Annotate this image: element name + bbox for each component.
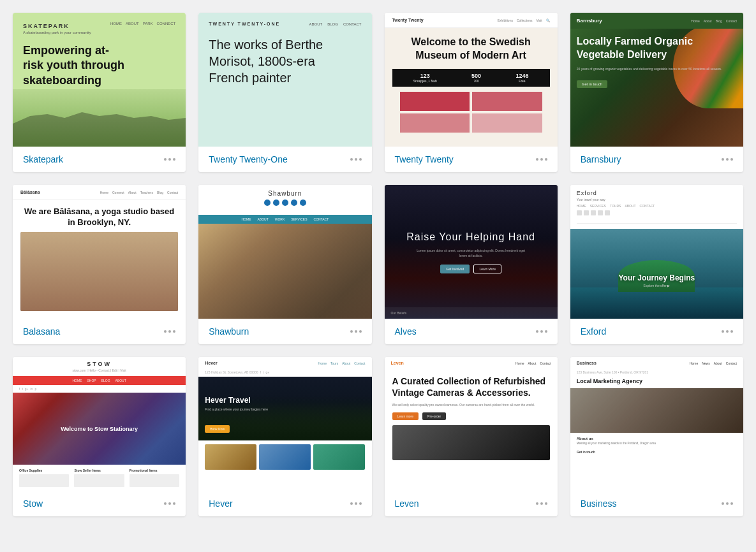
card-thumb-exford[interactable]: Exford Your travel your way HOME SERVICE… — [570, 185, 743, 319]
bn-btn: Get in touch — [577, 80, 607, 88]
lv-sub: We sell only select quality pre-owned ca… — [392, 402, 550, 407]
card-label-twenty[interactable]: Twenty Twenty — [395, 154, 454, 164]
bn-content: Locally Farmed Organic Vegetable Deliver… — [570, 29, 743, 147]
card-thumb-twenty[interactable]: Twenty Twenty Exhibitions Collections Vi… — [385, 13, 558, 147]
card-label-balasana[interactable]: Balasana — [23, 326, 60, 337]
st-col-title-2: Stow Seller Items — [74, 468, 124, 472]
sk-nav: HOME ABOUT PARK CONNECT — [110, 22, 175, 25]
card-thumb-skatepark[interactable]: SKATEPARK A skateboarding park in your c… — [13, 13, 186, 147]
sh-overlay — [198, 224, 371, 319]
card-menu-twenty[interactable] — [536, 158, 547, 161]
card-thumb-barnsbury[interactable]: Barnsbury Home About Blog Contact Locall… — [570, 13, 743, 147]
av-btns: Get Involved Learn More — [440, 265, 501, 273]
card-menu-twentyone[interactable] — [350, 158, 362, 161]
card-menu-balasana[interactable] — [164, 330, 175, 333]
card-footer-twentyone: Twenty Twenty-One — [198, 147, 371, 172]
av-headline: Raise Your Helping Hand — [406, 231, 535, 243]
card-thumb-hever[interactable]: Hever Home Tours About Contact 123 Holid… — [198, 357, 371, 491]
bz-about: About us Meeting all your marketing need… — [570, 437, 743, 454]
card-barnsbury: Barnsbury Home About Blog Contact Locall… — [570, 13, 743, 172]
hv-nav: Home Tours About Contact — [318, 361, 366, 365]
st-hero: Welcome to Stow Stationary — [13, 393, 186, 465]
lv-topbar: Leven Home About Contact — [385, 357, 558, 369]
card-menu-alves[interactable] — [536, 330, 547, 333]
card-label-hever[interactable]: Hever — [209, 498, 232, 509]
t1-top: TWENTY TWENTY-ONE ABOUT BLOG CONTACT — [209, 22, 361, 26]
hv-topbar: Hever Home Tours About Contact — [198, 357, 371, 369]
hv-thumb-2 — [259, 444, 311, 470]
av-btn-secondary: Learn More — [473, 265, 501, 273]
hv-hero-title: Hever Travel — [205, 396, 250, 405]
bn-logo: Barnsbury — [577, 18, 602, 24]
bz-get-touch: Get in touch — [577, 450, 737, 454]
ex-cta: Explore the offer ▶ — [618, 284, 695, 287]
card-label-barnsbury[interactable]: Barnsbury — [581, 154, 621, 164]
card-menu-business[interactable] — [722, 502, 733, 505]
ex-top: Exford Your travel your way HOME SERVICE… — [570, 185, 743, 223]
card-menu-skatepark[interactable] — [164, 158, 175, 161]
lv-img — [392, 425, 550, 460]
card-thumb-twentyone[interactable]: TWENTY TWENTY-ONE ABOUT BLOG CONTACT The… — [198, 13, 371, 147]
st-col-bar-1 — [19, 474, 69, 487]
card-menu-hever[interactable] — [350, 502, 362, 505]
bz-img-overlay — [570, 388, 743, 433]
card-menu-shawburn[interactable] — [350, 330, 362, 333]
sh-hero — [198, 224, 371, 319]
lv-hero: A Curated Collection of Refurbished Vint… — [385, 369, 558, 491]
card-menu-exford[interactable] — [722, 330, 733, 333]
tt-site-name: Twenty Twenty — [392, 18, 424, 22]
hv-thumb-3 — [313, 444, 365, 470]
card-shawburn: Shawburn HOME ABOUT WORK SERVICES CONTAC… — [198, 185, 371, 344]
card-label-exford[interactable]: Exford — [581, 326, 606, 337]
hv-hero: Hever Travel Find a place where your jou… — [198, 377, 371, 440]
st-col-2: Stow Seller Items — [74, 468, 124, 487]
card-balasana: Bālāsana Home Connect About Teachers Blo… — [13, 185, 186, 344]
card-label-stow[interactable]: Stow — [23, 498, 43, 509]
st-col-title-1: Office Supplies — [19, 468, 69, 472]
ex-social — [577, 210, 737, 215]
card-footer-balasana: Balasana — [13, 319, 186, 344]
bn-navlinks: Home About Blog Contact — [691, 19, 737, 23]
hv-hero-sub: Find a place where your journey begins h… — [205, 407, 268, 411]
bz-logo: Business — [577, 361, 597, 365]
bl-topnav: Bālāsana Home Connect About Teachers Blo… — [13, 185, 186, 200]
card-label-skatepark[interactable]: Skatepark — [23, 154, 63, 164]
card-menu-stow[interactable] — [164, 502, 175, 505]
tt-block-3 — [400, 113, 470, 133]
card-footer-hever: Hever — [198, 491, 371, 516]
st-top: STOW stow.com | Hello - Contact | Edit |… — [13, 357, 186, 376]
card-menu-barnsbury[interactable] — [722, 158, 733, 161]
card-menu-leven[interactable] — [536, 502, 547, 505]
lv-btns: Learn more Pre-order — [392, 412, 550, 420]
tt-topbar: Twenty Twenty Exhibitions Collections Vi… — [385, 13, 558, 28]
card-thumb-balasana[interactable]: Bālāsana Home Connect About Teachers Blo… — [13, 185, 186, 319]
sh-top: Shawburn — [198, 185, 371, 215]
tt-block-1 — [400, 92, 470, 111]
card-footer-twenty: Twenty Twenty — [385, 147, 558, 172]
card-label-business[interactable]: Business — [581, 498, 617, 509]
card-thumb-leven[interactable]: Leven Home About Contact A Curated Colle… — [385, 357, 558, 491]
card-thumb-alves[interactable]: Alves Home News Events Contact Raise You… — [385, 185, 558, 319]
card-thumb-stow[interactable]: STOW stow.com | Hello - Contact | Edit |… — [13, 357, 186, 491]
card-hever: Hever Home Tours About Contact 123 Holid… — [198, 357, 371, 516]
ex-water — [570, 287, 743, 319]
bz-hero-title: Local Marketing Agency — [570, 378, 743, 388]
card-footer-leven: Leven — [385, 491, 558, 516]
sk-headline: Empowering at-risk youth through skatebo… — [23, 43, 125, 88]
card-label-alves[interactable]: Alves — [395, 326, 417, 337]
sh-icons — [206, 200, 364, 206]
hv-hero-btn: Book Now — [205, 425, 230, 433]
card-label-shawburn[interactable]: Shawburn — [209, 326, 249, 337]
lv-btn-preview: Pre-order — [422, 412, 446, 420]
tt-hero-title: Welcome to the Swedish Museum of Modern … — [392, 36, 550, 62]
bl-img — [20, 232, 178, 311]
st-tagline: stow.com | Hello - Contact | Edit | Visi… — [19, 368, 179, 372]
av-beliefs: Our Beliefs — [385, 307, 558, 319]
card-footer-exford: Exford — [570, 319, 743, 344]
card-label-twentyone[interactable]: Twenty Twenty-One — [209, 154, 287, 164]
card-label-leven[interactable]: Leven — [395, 498, 419, 509]
card-thumb-shawburn[interactable]: Shawburn HOME ABOUT WORK SERVICES CONTAC… — [198, 185, 371, 319]
bz-nav: Home News About Contact — [690, 361, 737, 365]
bz-img — [570, 388, 743, 433]
card-thumb-business[interactable]: Business Home News About Contact 123 Bus… — [570, 357, 743, 491]
